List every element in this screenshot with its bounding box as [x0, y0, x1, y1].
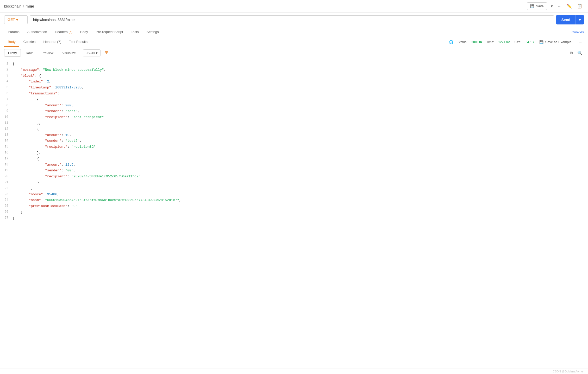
code-line: 3 "block": {	[0, 73, 588, 79]
save-as-example-button[interactable]: 💾 Save as Example	[538, 39, 573, 45]
copy-button[interactable]: ⧉	[568, 49, 574, 57]
line-content: ],	[12, 186, 588, 191]
code-line: 5 "timestamp": 1683319178935,	[0, 85, 588, 91]
line-content: }	[12, 216, 588, 221]
line-number: 1	[0, 61, 12, 66]
line-content: "amount": 10,	[12, 133, 588, 138]
code-line: 18 "amount": 12.5,	[0, 162, 588, 168]
save-button[interactable]: 💾 Save	[527, 2, 547, 10]
line-content: "transactions": [	[12, 91, 588, 96]
edit-icon-button[interactable]: ✏️	[565, 2, 573, 10]
tab-body[interactable]: Body	[77, 27, 92, 37]
response-section: Body Cookies Headers (7) Test Results 🌐 …	[0, 37, 588, 369]
url-input[interactable]	[30, 15, 554, 24]
code-line: 27}	[0, 215, 588, 221]
line-content: "message": "New block mined successfully…	[12, 67, 588, 73]
search-button[interactable]: 🔍	[576, 49, 584, 57]
doc-icon-button[interactable]: 📋	[576, 2, 584, 10]
globe-icon: 🌐	[449, 40, 453, 44]
line-content: "hash": "000019a904dc4e21e3f61afd7da6b1b…	[12, 198, 588, 203]
resp-tab-test-results[interactable]: Test Results	[65, 37, 91, 47]
line-content: "nonce": 95486,	[12, 192, 588, 197]
tab-params[interactable]: Params	[4, 27, 23, 37]
code-line: 22 ],	[0, 186, 588, 192]
save-example-icon: 💾	[539, 40, 543, 44]
code-line: 15 "recipient": "recipient2"	[0, 144, 588, 150]
tab-settings[interactable]: Settings	[143, 27, 162, 37]
method-select[interactable]: GET ▾	[4, 15, 28, 24]
line-content: {	[12, 127, 588, 132]
save-example-more-button[interactable]: ···	[577, 38, 584, 46]
code-line: 16 },	[0, 150, 588, 156]
line-number: 6	[0, 91, 12, 96]
save-label: Save	[536, 4, 544, 8]
status-area: 🌐 Status: 200 OK Time: 1271 ms Size: 647…	[449, 38, 584, 46]
line-number: 4	[0, 79, 12, 84]
code-line: 9 "sender": "test",	[0, 108, 588, 114]
fmt-tab-pretty[interactable]: Pretty	[4, 49, 21, 57]
line-content: "previousBlockHash": "0"	[12, 204, 588, 209]
line-number: 24	[0, 198, 12, 203]
line-number: 2	[0, 67, 12, 72]
line-content: {	[12, 61, 588, 67]
line-number: 21	[0, 180, 12, 185]
code-line: 2 "message": "New block mined successful…	[0, 67, 588, 73]
code-line: 14 "sender": "test2",	[0, 138, 588, 144]
send-button[interactable]: Send ▾	[556, 15, 584, 24]
line-number: 22	[0, 186, 12, 191]
line-number: 10	[0, 115, 12, 120]
code-line: 26 }	[0, 209, 588, 215]
fmt-tab-preview[interactable]: Preview	[37, 49, 57, 57]
line-content: "amount": 200,	[12, 103, 588, 108]
url-bar: GET ▾ Send ▾	[0, 12, 588, 27]
line-number: 17	[0, 156, 12, 161]
header-actions: 💾 Save ▾ ··· ✏️ 📋	[527, 2, 584, 10]
time-value: 1271 ms	[498, 40, 510, 44]
line-number: 3	[0, 73, 12, 78]
breadcrumb: blockchain / mine	[4, 4, 34, 8]
line-content: "sender": "00",	[12, 168, 588, 173]
code-line: 17 {	[0, 156, 588, 162]
code-line: 20 "recipient": "9898244734dd4e1c952c657…	[0, 174, 588, 180]
line-content: "amount": 12.5,	[12, 162, 588, 168]
line-content: }	[12, 210, 588, 215]
headers-badge: (6)	[68, 30, 72, 34]
resp-tab-cookies[interactable]: Cookies	[20, 37, 39, 47]
code-area[interactable]: 1{2 "message": "New block mined successf…	[0, 59, 588, 369]
format-bar: Pretty Raw Preview Visualize JSON ▾ ⧉ 🔍	[0, 47, 588, 59]
code-line: 11 },	[0, 120, 588, 126]
code-line: 1{	[0, 61, 588, 67]
breadcrumb-separator: /	[23, 4, 24, 8]
filter-icon-button[interactable]	[103, 49, 110, 57]
code-line: 4 "index": 2,	[0, 79, 588, 85]
code-line: 12 {	[0, 126, 588, 132]
line-content: "timestamp": 1683319178935,	[12, 85, 588, 91]
request-tabs: Params Authorization Headers (6) Body Pr…	[0, 27, 588, 37]
json-format-chevron: ▾	[96, 51, 98, 55]
header-bar: blockchain / mine 💾 Save ▾ ··· ✏️ 📋	[0, 0, 588, 12]
resp-tab-body[interactable]: Body	[4, 37, 19, 47]
line-number: 14	[0, 138, 12, 143]
code-line: 23 "nonce": 95486,	[0, 192, 588, 198]
tab-tests[interactable]: Tests	[127, 27, 142, 37]
main-container: blockchain / mine 💾 Save ▾ ··· ✏️ 📋 GET …	[0, 0, 588, 374]
send-arrow-icon: ▾	[576, 15, 584, 24]
line-number: 25	[0, 204, 12, 209]
fmt-tab-visualize[interactable]: Visualize	[58, 49, 80, 57]
fmt-tab-raw[interactable]: Raw	[22, 49, 36, 57]
tab-headers[interactable]: Headers (6)	[51, 27, 76, 37]
line-content: }	[12, 180, 588, 185]
code-line: 10 "recipient": "test recipient"	[0, 114, 588, 120]
json-format-select[interactable]: JSON ▾	[83, 49, 101, 56]
watermark-text: CSDN @GoldenaArcher	[553, 370, 584, 373]
tab-prerequest[interactable]: Pre-request Script	[92, 27, 127, 37]
method-chevron: ▾	[16, 18, 18, 22]
line-number: 20	[0, 174, 12, 179]
more-options-button[interactable]: ···	[556, 2, 563, 10]
resp-tab-headers[interactable]: Headers (7)	[40, 37, 65, 47]
line-content: "recipient": "test recipient"	[12, 115, 588, 120]
cookies-link[interactable]: Cookies	[572, 28, 584, 37]
save-dropdown-button[interactable]: ▾	[549, 2, 554, 10]
code-line: 13 "amount": 10,	[0, 132, 588, 138]
tab-authorization[interactable]: Authorization	[24, 27, 51, 37]
